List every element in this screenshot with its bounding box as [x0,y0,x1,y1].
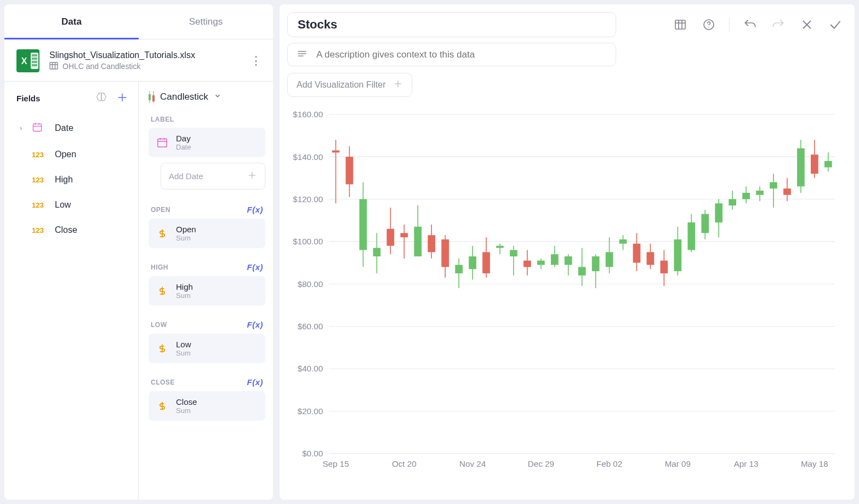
svg-text:$160.00: $160.00 [293,110,323,119]
svg-rect-119 [715,203,723,222]
viz-title-input[interactable] [287,12,616,37]
undo-button[interactable] [738,13,761,36]
svg-rect-97 [565,256,572,265]
svg-rect-105 [619,239,627,244]
svg-rect-111 [661,261,668,273]
svg-rect-133 [811,154,818,174]
chip-high[interactable]: High Sum [149,276,265,306]
datasource-menu-button[interactable]: ⋮ [250,54,261,68]
svg-rect-5 [32,64,37,66]
svg-text:Feb 02: Feb 02 [596,459,622,468]
svg-rect-65 [346,157,354,184]
redo-button[interactable] [767,13,790,36]
candlestick-icon [149,93,155,101]
svg-rect-101 [592,256,600,271]
add-field-button[interactable] [116,91,128,105]
grid-view-button[interactable] [669,13,692,36]
number-icon: 123 [32,151,47,159]
add-filter-button[interactable]: Add Visualization Filter [287,73,412,97]
viz-toolbar [287,12,847,37]
svg-rect-121 [729,199,736,206]
svg-rect-131 [797,148,805,187]
svg-rect-125 [756,191,764,195]
svg-text:$100.00: $100.00 [293,237,323,246]
svg-text:$60.00: $60.00 [298,322,323,331]
svg-text:$120.00: $120.00 [293,194,323,204]
field-label: Date [55,123,73,133]
section-header-low: LOW [151,321,167,329]
svg-rect-3 [32,58,37,60]
menu-icon [297,48,308,61]
svg-rect-7 [50,62,58,69]
field-label: High [55,175,73,185]
chip-close[interactable]: Close Sum [149,391,265,421]
svg-rect-99 [578,267,586,275]
field-date[interactable]: › Date [4,114,138,142]
label-section-header: LABEL [151,116,174,123]
svg-text:$0.00: $0.00 [302,449,323,458]
datasource-row[interactable]: X Slingshot_Visualization_Tutorials.xlsx… [4,39,273,82]
brain-icon[interactable] [95,91,107,105]
svg-rect-115 [687,222,695,250]
field-label: Close [55,225,77,235]
section-header-close: CLOSE [151,379,175,386]
config-column: Candlestick LABEL Day Date [139,82,273,500]
label-chip-day[interactable]: Day Date [149,128,265,157]
description-row[interactable] [287,43,616,66]
svg-rect-63 [332,151,340,153]
confirm-button[interactable] [824,13,847,36]
fx-button-low[interactable]: F(x) [247,320,264,329]
chip-open[interactable]: Open Sum [149,219,265,248]
help-button[interactable] [697,13,720,36]
field-label: Low [55,200,71,210]
right-panel: Add Visualization Filter $0.00$20.00$40.… [280,4,855,500]
fields-header: Fields [16,94,92,103]
svg-rect-117 [701,214,709,233]
svg-rect-113 [674,239,681,271]
svg-rect-77 [428,235,435,252]
add-date-dropzone[interactable]: Add Date [161,163,265,190]
svg-rect-79 [441,239,449,267]
visualization-type-button[interactable]: Candlestick [149,91,265,102]
field-open[interactable]: 123Open [4,142,138,167]
fx-button-close[interactable]: F(x) [247,377,264,387]
svg-rect-85 [482,252,490,273]
svg-rect-89 [510,250,517,256]
panel-tabs: Data Settings [4,4,273,39]
number-icon: 123 [32,176,47,184]
svg-rect-73 [400,233,408,237]
field-low[interactable]: 123Low [4,192,138,217]
number-icon: 123 [32,201,47,209]
field-close[interactable]: 123Close [4,217,138,243]
datasource-sheet: OHLC and Candlestick [62,62,140,71]
number-icon: 123 [32,226,47,234]
svg-rect-75 [414,227,422,256]
left-panel: Data Settings X Slingshot_Visualization_… [4,4,273,500]
svg-rect-83 [469,256,476,269]
tab-settings[interactable]: Settings [139,4,273,39]
svg-text:$20.00: $20.00 [298,406,323,416]
fx-button-open[interactable]: F(x) [247,205,264,214]
description-input[interactable] [315,49,607,61]
svg-rect-129 [783,188,791,195]
calendar-icon [32,122,47,134]
svg-text:Apr 13: Apr 13 [734,459,759,468]
fx-button-high[interactable]: F(x) [247,262,264,272]
svg-text:Mar 09: Mar 09 [665,459,691,468]
plus-icon [393,79,403,91]
svg-text:$140.00: $140.00 [293,152,323,162]
chip-low[interactable]: Low Sum [149,334,265,363]
field-high[interactable]: 123High [4,167,138,192]
section-header-high: HIGH [151,264,168,271]
chevron-down-icon [214,91,221,102]
chevron-right-icon: › [20,124,26,132]
svg-rect-71 [386,229,394,246]
svg-rect-109 [647,252,655,265]
close-button[interactable] [795,13,818,36]
table-icon [49,61,58,72]
svg-rect-103 [606,252,613,267]
svg-text:Dec 29: Dec 29 [528,459,554,468]
svg-rect-23 [675,20,685,29]
tab-data[interactable]: Data [4,4,139,39]
svg-rect-87 [496,246,504,248]
